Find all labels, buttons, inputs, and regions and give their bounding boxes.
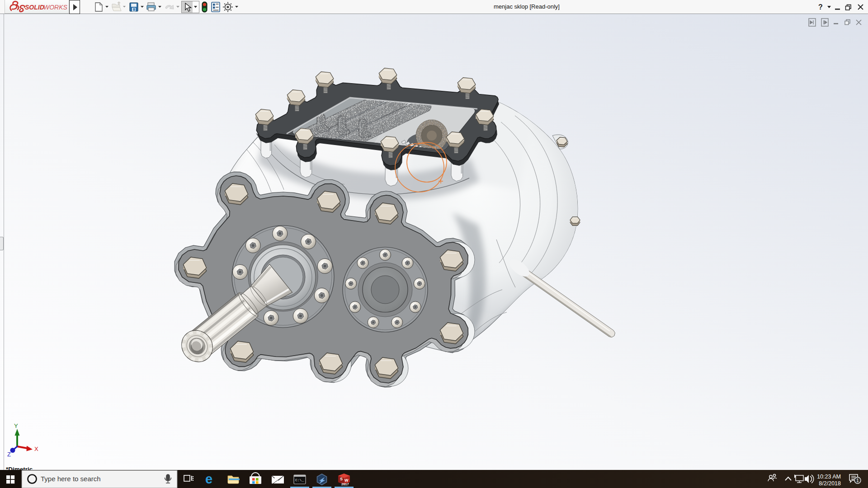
svg-text:8/2/2018: 8/2/2018 [819,480,841,487]
svg-text:*Dimetric: *Dimetric [6,466,33,470]
svg-text:e: e [205,472,212,486]
svg-text:Z: Z [7,451,11,458]
svg-text:X: X [34,446,38,452]
svg-text:1: 1 [856,478,859,483]
svg-text:10:23 AM: 10:23 AM [817,474,841,480]
svg-text:Type here to search: Type here to search [41,475,101,483]
svg-text:2017: 2017 [341,482,349,486]
svg-text:C:\_: C:\_ [295,478,304,482]
svg-text:S: S [340,477,343,481]
svg-text:Y: Y [14,422,18,429]
